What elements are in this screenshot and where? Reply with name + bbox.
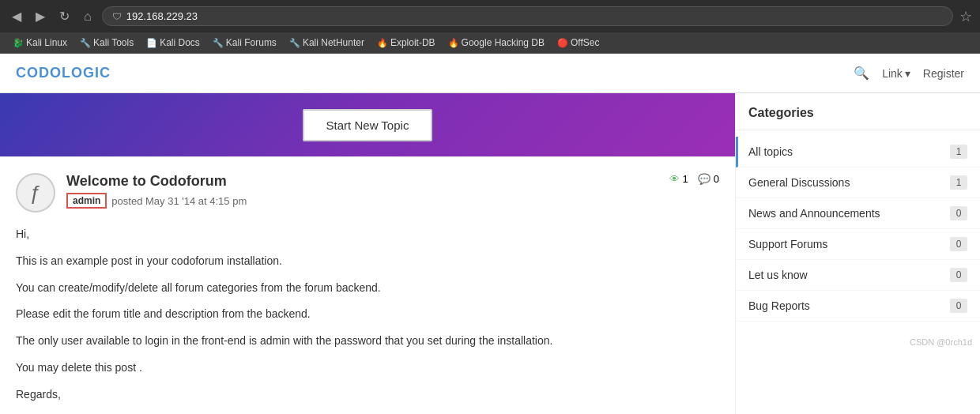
bookmark-label: OffSec bbox=[571, 37, 599, 48]
avatar-char: ƒ bbox=[30, 181, 41, 205]
post-line-1: Hi, bbox=[16, 225, 719, 244]
post-line-7: Regards, bbox=[16, 386, 719, 405]
category-count: 0 bbox=[950, 268, 967, 282]
post-line-2: This is an example post in your codoforu… bbox=[16, 252, 719, 271]
url-text: 192.168.229.23 bbox=[126, 10, 198, 22]
category-item-news-and-announcements[interactable]: News and Announcements 0 bbox=[736, 198, 980, 229]
category-name: General Discussions bbox=[748, 176, 950, 189]
bookmark-kali-tools[interactable]: 🔧 Kali Tools bbox=[75, 36, 138, 50]
register-link[interactable]: Register bbox=[923, 67, 964, 80]
post-area: ƒ Welcome to Codoforum admin posted May … bbox=[0, 156, 735, 414]
reload-button[interactable]: ↻ bbox=[55, 7, 74, 25]
bookmark-kali-linux[interactable]: 🐉 Kali Linux bbox=[8, 36, 72, 50]
link-label: Link bbox=[882, 67, 903, 80]
category-name: All topics bbox=[748, 145, 950, 158]
post-header: ƒ Welcome to Codoforum admin posted May … bbox=[16, 173, 719, 213]
view-count: 👁 1 bbox=[669, 173, 688, 185]
bookmark-label: Kali Linux bbox=[26, 37, 67, 48]
category-count: 1 bbox=[950, 145, 967, 159]
post-line-5: The only user available to login in the … bbox=[16, 332, 719, 351]
watermark: CSDN @0rch1d bbox=[736, 337, 980, 347]
post-title: Welcome to Codoforum bbox=[66, 173, 658, 190]
category-item-let-us-know[interactable]: Let us know 0 bbox=[736, 260, 980, 291]
avatar: ƒ bbox=[16, 173, 55, 213]
bookmark-kali-forums[interactable]: 🔧 Kali Forums bbox=[208, 36, 281, 50]
bookmark-exploit-db[interactable]: 🔥 Exploit-DB bbox=[372, 36, 440, 50]
bookmark-label: Google Hacking DB bbox=[462, 37, 545, 48]
category-item-support-forums[interactable]: Support Forums 0 bbox=[736, 229, 980, 260]
category-name: News and Announcements bbox=[748, 207, 950, 220]
posted-text: posted May 31 '14 at 4:15 pm bbox=[111, 195, 247, 207]
eye-icon: 👁 bbox=[669, 173, 680, 185]
back-button[interactable]: ◀ bbox=[8, 7, 25, 25]
post-line-4: Please edit the forum title and descript… bbox=[16, 305, 719, 324]
category-count: 0 bbox=[950, 206, 967, 220]
browser-chrome: ◀ ▶ ↻ ⌂ 🛡 192.168.229.23 ☆ bbox=[0, 0, 980, 32]
category-count: 0 bbox=[950, 299, 967, 313]
category-name: Bug Reports bbox=[748, 299, 950, 312]
author-badge[interactable]: admin bbox=[66, 193, 107, 209]
kali-tools-icon: 🔧 bbox=[80, 38, 91, 48]
comment-number: 0 bbox=[714, 173, 719, 185]
comment-icon: 💬 bbox=[698, 173, 710, 185]
sidebar: Categories All topics 1 General Discussi… bbox=[735, 93, 980, 414]
google-hacking-db-icon: 🔥 bbox=[448, 38, 459, 48]
app-logo[interactable]: CODOLOGIC bbox=[16, 65, 854, 81]
hero-banner: Start New Topic bbox=[0, 93, 735, 156]
link-dropdown[interactable]: Link ▾ bbox=[882, 67, 910, 80]
post-line-6: You may delete this post . bbox=[16, 359, 719, 378]
address-bar[interactable]: 🛡 192.168.229.23 bbox=[102, 6, 953, 26]
bookmark-label: Kali NetHunter bbox=[303, 37, 364, 48]
search-icon[interactable]: 🔍 bbox=[854, 66, 869, 81]
bookmark-label: Kali Forums bbox=[226, 37, 277, 48]
content-area: Start New Topic ƒ Welcome to Codoforum a… bbox=[0, 93, 735, 414]
offsec-icon: 🔴 bbox=[557, 38, 568, 48]
home-button[interactable]: ⌂ bbox=[80, 8, 96, 25]
kali-forums-icon: 🔧 bbox=[213, 38, 224, 48]
category-name: Support Forums bbox=[748, 238, 950, 250]
start-new-topic-button[interactable]: Start New Topic bbox=[303, 109, 433, 141]
bookmark-star-icon[interactable]: ☆ bbox=[959, 8, 972, 25]
header-right: 🔍 Link ▾ Register bbox=[854, 66, 964, 81]
post-author-line: admin posted May 31 '14 at 4:15 pm bbox=[66, 193, 658, 209]
bookmark-label: Kali Tools bbox=[93, 37, 134, 48]
app-header: CODOLOGIC 🔍 Link ▾ Register bbox=[0, 54, 980, 93]
bookmark-label: Kali Docs bbox=[160, 37, 200, 48]
kali-nethunter-icon: 🔧 bbox=[289, 38, 300, 48]
forward-button[interactable]: ▶ bbox=[32, 7, 49, 25]
kali-linux-icon: 🐉 bbox=[13, 38, 24, 48]
comment-count: 💬 0 bbox=[698, 173, 719, 185]
lock-icon: 🛡 bbox=[112, 11, 122, 22]
bookmarks-bar: 🐉 Kali Linux 🔧 Kali Tools 📄 Kali Docs 🔧 … bbox=[0, 32, 980, 54]
bookmark-kali-docs[interactable]: 📄 Kali Docs bbox=[141, 36, 205, 50]
post-line-3: You can create/modify/delete all forum c… bbox=[16, 279, 719, 298]
chevron-down-icon: ▾ bbox=[905, 67, 910, 80]
post-meta: Welcome to Codoforum admin posted May 31… bbox=[66, 173, 658, 209]
exploit-db-icon: 🔥 bbox=[377, 38, 388, 48]
main-container: Start New Topic ƒ Welcome to Codoforum a… bbox=[0, 93, 980, 414]
category-item-all-topics[interactable]: All topics 1 bbox=[736, 137, 980, 167]
category-item-general-discussions[interactable]: General Discussions 1 bbox=[736, 167, 980, 198]
bookmark-label: Exploit-DB bbox=[390, 37, 435, 48]
post-stats: 👁 1 💬 0 bbox=[669, 173, 719, 185]
category-count: 1 bbox=[950, 175, 967, 190]
category-item-bug-reports[interactable]: Bug Reports 0 bbox=[736, 291, 980, 322]
category-count: 0 bbox=[950, 237, 967, 251]
category-name: Let us know bbox=[748, 269, 950, 281]
view-number: 1 bbox=[683, 173, 688, 185]
sidebar-title: Categories bbox=[736, 106, 980, 130]
kali-docs-icon: 📄 bbox=[146, 38, 157, 48]
bookmark-offsec[interactable]: 🔴 OffSec bbox=[552, 36, 604, 50]
category-list: All topics 1 General Discussions 1 News … bbox=[736, 137, 980, 322]
bookmark-google-hacking-db[interactable]: 🔥 Google Hacking DB bbox=[443, 36, 549, 50]
bookmark-kali-nethunter[interactable]: 🔧 Kali NetHunter bbox=[285, 36, 369, 50]
post-body: Hi, This is an example post in your codo… bbox=[16, 225, 719, 405]
